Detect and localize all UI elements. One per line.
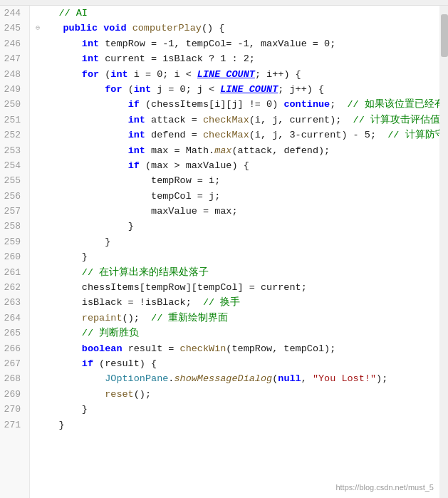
code-line: int current = isBlack ? 1 : 2;	[36, 51, 448, 66]
code-token: maxValue = max;	[151, 206, 238, 217]
code-token: JOptionPane	[105, 373, 168, 384]
code-token: }	[105, 237, 110, 247]
code-token: isBlack = !isBlack;	[82, 297, 203, 308]
scrollbar-right[interactable]	[439, 6, 448, 498]
code-token: }	[128, 221, 134, 232]
code-token: if	[82, 358, 93, 369]
code-token: (i, j, 3-current) - 5;	[249, 130, 387, 140]
code-token: int	[128, 130, 145, 140]
code-line: // AI	[36, 6, 448, 21]
line-number: 255	[0, 173, 25, 188]
code-token: current = isBlack ? 1 : 2;	[99, 53, 255, 64]
code-token	[36, 282, 82, 293]
code-token: int	[110, 69, 127, 80]
code-line: if (chessItems[i][j] != 0) continue; // …	[36, 97, 448, 112]
code-line: if (result) {	[36, 356, 448, 371]
code-line: int max = Math.max(attack, defend);	[36, 143, 448, 158]
fold-icon[interactable]: ⊖	[36, 24, 40, 32]
code-token: tempRow = -1, tempCol= -1, maxValue = 0;	[99, 38, 335, 49]
code-line: }	[36, 402, 448, 417]
code-token	[36, 191, 151, 202]
code-token: if	[128, 99, 140, 110]
code-token	[36, 115, 128, 125]
code-token	[36, 251, 82, 262]
scrollbar-top[interactable]	[0, 0, 448, 6]
line-number: 261	[0, 265, 25, 280]
line-number: 271	[0, 417, 25, 432]
code-token: checkWin	[180, 343, 226, 354]
code-token: tempCol = j;	[151, 191, 220, 202]
code-token	[36, 343, 82, 354]
code-token: attack =	[145, 115, 203, 125]
line-number: 247	[0, 51, 25, 66]
code-token: null	[278, 373, 301, 384]
code-line: tempCol = j;	[36, 189, 448, 204]
code-token	[36, 313, 82, 323]
code-token: public	[63, 23, 98, 33]
code-line: }	[36, 249, 448, 264]
line-number: 263	[0, 295, 25, 310]
code-token: int	[82, 53, 99, 64]
code-token: (result) {	[93, 358, 157, 369]
code-token	[36, 99, 128, 110]
code-token	[36, 38, 82, 49]
line-number: 254	[0, 158, 25, 173]
code-token: (chessItems[i][j] != 0)	[140, 99, 284, 110]
line-number: 262	[0, 280, 25, 295]
code-area: 2442452462472482492502512522532542552562…	[0, 6, 448, 498]
code-token: // 判断胜负	[82, 328, 139, 338]
code-token: // 重新绘制界面	[151, 313, 228, 323]
code-token: // 计算攻击评估值	[353, 115, 440, 125]
code-token	[36, 267, 82, 278]
code-token: // AI	[58, 8, 88, 19]
code-token	[36, 145, 128, 156]
code-token: LINE_COUNT	[220, 84, 278, 95]
code-token: checkMax	[203, 115, 249, 125]
line-number: 264	[0, 311, 25, 326]
code-token: result =	[123, 343, 180, 354]
code-line: int defend = checkMax(i, j, 3-current) -…	[36, 128, 448, 142]
code-token: ; i++) {	[255, 69, 301, 80]
line-number: 257	[0, 204, 25, 219]
code-token	[36, 206, 151, 217]
code-line: }	[36, 234, 448, 249]
code-token	[36, 404, 82, 415]
code-token	[36, 328, 82, 338]
code-token: (i, j, current);	[249, 115, 353, 125]
code-line: for (int i = 0; i < LINE_COUNT; i++) {	[36, 67, 448, 82]
code-line: for (int j = 0; j < LINE_COUNT; j++) {	[36, 82, 448, 97]
code-line: int attack = checkMax(i, j, current); //…	[36, 113, 448, 128]
code-token: (max > maxValue) {	[140, 160, 249, 171]
code-token: // 在计算出来的结果处落子	[82, 267, 209, 278]
scrollbar-thumb[interactable]	[441, 14, 448, 57]
code-token: int	[128, 145, 145, 156]
line-number: 266	[0, 341, 25, 356]
code-container: 2442452462472482492502512522532542552562…	[0, 0, 448, 498]
code-token	[36, 358, 82, 369]
code-token	[36, 221, 128, 232]
code-token: () {	[202, 23, 224, 33]
line-number: 245	[0, 21, 25, 36]
code-token: computerPlay	[132, 23, 202, 33]
code-token	[36, 160, 128, 171]
code-token: tempRow = i;	[151, 175, 220, 186]
code-token: "You Lost!"	[313, 373, 376, 384]
code-token: LINE_COUNT	[197, 69, 255, 80]
code-token	[36, 373, 105, 384]
code-token: showMessageDialog	[174, 373, 272, 384]
line-number: 267	[0, 356, 25, 371]
line-number: 253	[0, 143, 25, 158]
code-token	[127, 23, 132, 33]
code-token: (	[99, 69, 110, 80]
code-token	[36, 53, 82, 64]
code-token: continue	[283, 99, 330, 110]
code-token	[36, 130, 128, 140]
code-token: ,	[301, 373, 313, 384]
line-number: 270	[0, 402, 25, 417]
code-line: int tempRow = -1, tempCol= -1, maxValue …	[36, 36, 448, 51]
line-number: 251	[0, 113, 25, 128]
code-token: checkMax	[203, 130, 249, 140]
code-token	[36, 69, 82, 80]
code-token	[36, 297, 82, 308]
line-number: 265	[0, 326, 25, 341]
